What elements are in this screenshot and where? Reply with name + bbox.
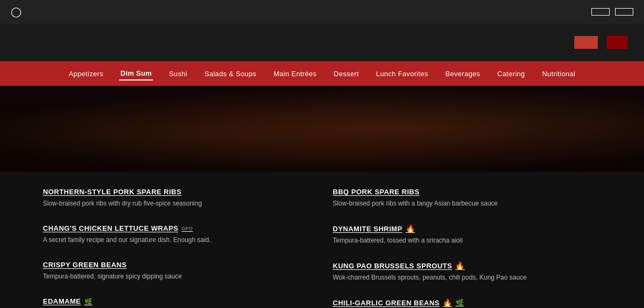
- leaf-icon: 🌿: [456, 299, 464, 306]
- menu-item: DYNAMITE SHRIMP🔥Tempura-battered, tossed…: [333, 224, 601, 245]
- location-icon: ◯: [11, 6, 21, 18]
- nav-item-main-entrees[interactable]: Main Entrées: [273, 68, 318, 80]
- menu-item-desc: Wok-charred Brussels sprouts, peanuts, c…: [333, 273, 601, 282]
- order-now-button[interactable]: [574, 36, 598, 49]
- menu-left-column: NORTHERN-STYLE PORK SPARE RIBSSlow-brais…: [43, 188, 311, 308]
- explore-menu-button[interactable]: [591, 8, 610, 16]
- flame-icon: 🔥: [443, 298, 452, 307]
- menu-content: NORTHERN-STYLE PORK SPARE RIBSSlow-brais…: [0, 172, 644, 308]
- header: [0, 24, 644, 61]
- nav-item-nutritional[interactable]: Nutritional: [541, 68, 576, 80]
- hero-overlay: [0, 86, 644, 172]
- nav-item-lunch-favorites[interactable]: Lunch Favorites: [375, 68, 429, 80]
- menu-item-title[interactable]: KUNG PAO BRUSSELS SPROUTS🔥: [333, 261, 601, 270]
- menu-item: CHANG'S CHICKEN LETTUCE WRAPSGFOA secret…: [43, 224, 311, 245]
- menu-item: NORTHERN-STYLE PORK SPARE RIBSSlow-brais…: [43, 188, 311, 208]
- nav-item-dimsum[interactable]: Dim Sum: [119, 67, 152, 80]
- menu-item-title[interactable]: DYNAMITE SHRIMP🔥: [333, 224, 601, 233]
- menu-item-title[interactable]: BBQ PORK SPARE RIBS: [333, 188, 601, 196]
- menu-columns: NORTHERN-STYLE PORK SPARE RIBSSlow-brais…: [43, 188, 601, 308]
- nav-item-dessert[interactable]: Dessert: [333, 68, 360, 80]
- nav-item-beverages[interactable]: Beverages: [444, 68, 481, 80]
- nav-item-sushi[interactable]: Sushi: [168, 68, 188, 80]
- gfo-badge: GFO: [181, 226, 193, 231]
- menu-right-column: BBQ PORK SPARE RIBSSlow-braised pork rib…: [333, 188, 601, 308]
- sign-in-button[interactable]: [615, 8, 633, 16]
- location-wrap[interactable]: ◯: [11, 6, 26, 18]
- menu-item-desc: A secret family recipe and our signature…: [43, 235, 311, 245]
- menu-item-title[interactable]: CHILI-GARLIC GREEN BEANS🔥🌿: [333, 298, 601, 307]
- nav-item-appetizers[interactable]: Appetizers: [68, 68, 104, 80]
- menu-item: BBQ PORK SPARE RIBSSlow-braised pork rib…: [333, 188, 601, 208]
- nav-item-salads-soups[interactable]: Salads & Soups: [203, 68, 258, 80]
- flame-icon: 🔥: [406, 224, 415, 233]
- menu-item-desc: Slow-braised pork ribs with a tangy Asia…: [333, 199, 601, 208]
- menu-item: CHILI-GARLIC GREEN BEANS🔥🌿Fiery red chil…: [333, 298, 601, 308]
- menu-item-title[interactable]: EDAMAME🌿: [43, 297, 311, 305]
- hero-section: [0, 86, 644, 172]
- reservations-button[interactable]: [606, 36, 628, 49]
- menu-item: CRISPY GREEN BEANSTempura-battered, sign…: [43, 261, 311, 281]
- leaf-icon: 🌿: [84, 298, 93, 305]
- menu-item-desc: Slow-braised pork ribs with dry rub five…: [43, 199, 311, 208]
- menu-item: EDAMAME🌿Steamed to order, tossed with ko…: [43, 297, 311, 308]
- nav-item-catering[interactable]: Catering: [496, 68, 526, 80]
- menu-item-title[interactable]: CRISPY GREEN BEANS: [43, 261, 311, 269]
- flame-icon: 🔥: [455, 261, 465, 270]
- menu-item-desc: Tempura-battered, signature spicy dippin…: [43, 272, 311, 281]
- menu-item-desc: Tempura-battered, tossed with a sriracha…: [333, 236, 601, 245]
- nav-bar: Appetizers Dim Sum Sushi Salads & Soups …: [0, 61, 644, 86]
- menu-item-title[interactable]: NORTHERN-STYLE PORK SPARE RIBS: [43, 188, 311, 196]
- header-right: [566, 36, 628, 49]
- menu-item: KUNG PAO BRUSSELS SPROUTS🔥Wok-charred Br…: [333, 261, 601, 282]
- top-bar: ◯: [0, 0, 644, 24]
- top-bar-buttons: [591, 8, 633, 16]
- menu-item-title[interactable]: CHANG'S CHICKEN LETTUCE WRAPSGFO: [43, 224, 311, 232]
